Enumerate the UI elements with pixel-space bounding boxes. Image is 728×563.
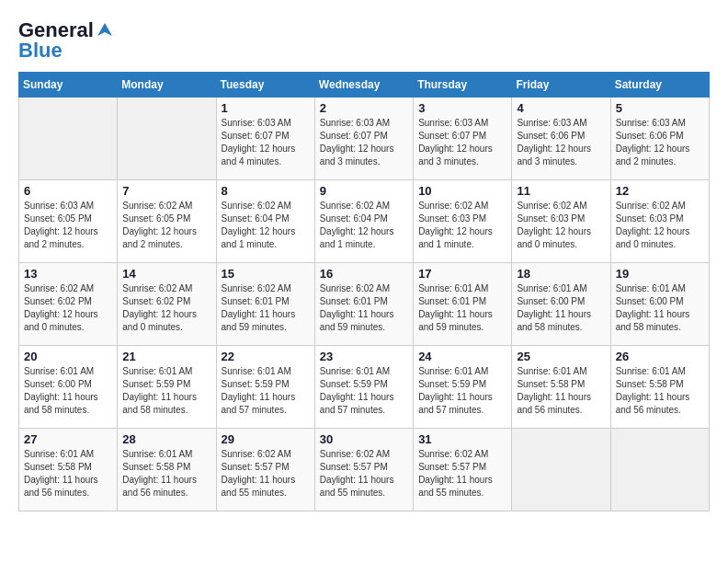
- calendar-week-row: 20Sunrise: 6:01 AM Sunset: 6:00 PM Dayli…: [19, 346, 710, 429]
- calendar-table: SundayMondayTuesdayWednesdayThursdayFrid…: [18, 72, 710, 511]
- day-number: 3: [418, 101, 506, 115]
- calendar-cell: 24Sunrise: 6:01 AM Sunset: 5:59 PM Dayli…: [414, 346, 512, 429]
- svg-marker-0: [97, 23, 112, 36]
- day-info: Sunrise: 6:03 AM Sunset: 6:07 PM Dayligh…: [222, 117, 310, 168]
- day-info: Sunrise: 6:02 AM Sunset: 6:01 PM Dayligh…: [320, 282, 408, 334]
- day-number: 20: [24, 350, 112, 363]
- day-info: Sunrise: 6:01 AM Sunset: 5:59 PM Dayligh…: [320, 365, 408, 417]
- day-info: Sunrise: 6:01 AM Sunset: 5:58 PM Dayligh…: [517, 365, 605, 417]
- calendar-cell: 22Sunrise: 6:01 AM Sunset: 5:59 PM Dayli…: [216, 346, 314, 429]
- day-info: Sunrise: 6:02 AM Sunset: 6:04 PM Dayligh…: [320, 200, 408, 251]
- calendar-cell: 11Sunrise: 6:02 AM Sunset: 6:03 PM Dayli…: [512, 180, 610, 263]
- day-number: 11: [517, 184, 605, 198]
- day-number: 4: [517, 101, 605, 115]
- day-number: 31: [418, 432, 506, 446]
- day-info: Sunrise: 6:01 AM Sunset: 6:00 PM Dayligh…: [616, 282, 704, 334]
- day-info: Sunrise: 6:02 AM Sunset: 6:05 PM Dayligh…: [122, 200, 210, 251]
- day-info: Sunrise: 6:02 AM Sunset: 6:03 PM Dayligh…: [418, 200, 506, 251]
- day-number: 2: [320, 101, 408, 115]
- day-info: Sunrise: 6:01 AM Sunset: 5:59 PM Dayligh…: [222, 365, 310, 417]
- calendar-cell: 29Sunrise: 6:02 AM Sunset: 5:57 PM Dayli…: [216, 429, 314, 511]
- calendar-header-row: SundayMondayTuesdayWednesdayThursdayFrid…: [19, 73, 710, 98]
- day-number: 16: [320, 267, 408, 281]
- header-wednesday: Wednesday: [314, 73, 413, 98]
- day-info: Sunrise: 6:02 AM Sunset: 5:57 PM Dayligh…: [418, 448, 506, 500]
- calendar-cell: 6Sunrise: 6:03 AM Sunset: 6:05 PM Daylig…: [19, 180, 118, 263]
- day-info: Sunrise: 6:02 AM Sunset: 6:01 PM Dayligh…: [222, 282, 310, 334]
- day-info: Sunrise: 6:01 AM Sunset: 5:58 PM Dayligh…: [616, 365, 704, 417]
- day-number: 28: [122, 432, 210, 446]
- day-info: Sunrise: 6:02 AM Sunset: 5:57 PM Dayligh…: [222, 448, 310, 500]
- calendar-cell: 27Sunrise: 6:01 AM Sunset: 5:58 PM Dayli…: [19, 429, 118, 511]
- day-number: 27: [24, 432, 112, 446]
- day-number: 17: [418, 267, 506, 281]
- day-info: Sunrise: 6:02 AM Sunset: 5:57 PM Dayligh…: [320, 448, 408, 500]
- day-number: 8: [222, 184, 310, 198]
- day-info: Sunrise: 6:03 AM Sunset: 6:06 PM Dayligh…: [616, 117, 704, 168]
- logo: General Blue: [18, 18, 114, 63]
- calendar-cell: 16Sunrise: 6:02 AM Sunset: 6:01 PM Dayli…: [314, 263, 413, 346]
- day-number: 23: [320, 350, 408, 363]
- calendar-cell: 9Sunrise: 6:02 AM Sunset: 6:04 PM Daylig…: [314, 180, 413, 263]
- day-number: 14: [122, 267, 210, 281]
- calendar-cell: [610, 429, 709, 511]
- day-number: 12: [616, 184, 704, 198]
- day-info: Sunrise: 6:01 AM Sunset: 6:01 PM Dayligh…: [418, 282, 506, 334]
- calendar-week-row: 1Sunrise: 6:03 AM Sunset: 6:07 PM Daylig…: [19, 98, 710, 180]
- calendar-week-row: 13Sunrise: 6:02 AM Sunset: 6:02 PM Dayli…: [19, 263, 710, 346]
- day-number: 21: [122, 350, 210, 363]
- day-info: Sunrise: 6:03 AM Sunset: 6:05 PM Dayligh…: [24, 200, 112, 251]
- calendar-cell: 15Sunrise: 6:02 AM Sunset: 6:01 PM Dayli…: [216, 263, 314, 346]
- calendar-cell: 10Sunrise: 6:02 AM Sunset: 6:03 PM Dayli…: [414, 180, 512, 263]
- calendar-cell: 3Sunrise: 6:03 AM Sunset: 6:07 PM Daylig…: [414, 98, 512, 180]
- calendar-cell: 1Sunrise: 6:03 AM Sunset: 6:07 PM Daylig…: [216, 98, 314, 180]
- day-info: Sunrise: 6:02 AM Sunset: 6:04 PM Dayligh…: [222, 200, 310, 251]
- day-number: 26: [616, 350, 704, 363]
- calendar-cell: 23Sunrise: 6:01 AM Sunset: 5:59 PM Dayli…: [314, 346, 413, 429]
- day-info: Sunrise: 6:03 AM Sunset: 6:07 PM Dayligh…: [418, 117, 506, 168]
- day-info: Sunrise: 6:01 AM Sunset: 5:58 PM Dayligh…: [24, 448, 112, 500]
- calendar-cell: 14Sunrise: 6:02 AM Sunset: 6:02 PM Dayli…: [118, 263, 216, 346]
- calendar-cell: 13Sunrise: 6:02 AM Sunset: 6:02 PM Dayli…: [19, 263, 118, 346]
- day-info: Sunrise: 6:03 AM Sunset: 6:07 PM Dayligh…: [320, 117, 408, 168]
- calendar-cell: 2Sunrise: 6:03 AM Sunset: 6:07 PM Daylig…: [314, 98, 413, 180]
- day-number: 24: [418, 350, 506, 363]
- calendar-cell: 25Sunrise: 6:01 AM Sunset: 5:58 PM Dayli…: [512, 346, 610, 429]
- day-info: Sunrise: 6:02 AM Sunset: 6:02 PM Dayligh…: [122, 282, 210, 334]
- day-number: 5: [616, 101, 704, 115]
- calendar-cell: 30Sunrise: 6:02 AM Sunset: 5:57 PM Dayli…: [314, 429, 413, 511]
- day-info: Sunrise: 6:02 AM Sunset: 6:03 PM Dayligh…: [517, 200, 605, 251]
- day-info: Sunrise: 6:01 AM Sunset: 5:58 PM Dayligh…: [122, 448, 210, 500]
- day-info: Sunrise: 6:01 AM Sunset: 6:00 PM Dayligh…: [517, 282, 605, 334]
- day-info: Sunrise: 6:01 AM Sunset: 5:59 PM Dayligh…: [122, 365, 210, 417]
- header-friday: Friday: [512, 73, 610, 98]
- calendar-cell: 28Sunrise: 6:01 AM Sunset: 5:58 PM Dayli…: [118, 429, 216, 511]
- calendar-cell: [512, 429, 610, 511]
- day-number: 22: [222, 350, 310, 363]
- calendar-cell: 20Sunrise: 6:01 AM Sunset: 6:00 PM Dayli…: [19, 346, 118, 429]
- logo-blue: Blue: [18, 39, 63, 63]
- calendar-week-row: 27Sunrise: 6:01 AM Sunset: 5:58 PM Dayli…: [19, 429, 710, 511]
- day-number: 19: [616, 267, 704, 281]
- calendar-cell: 5Sunrise: 6:03 AM Sunset: 6:06 PM Daylig…: [610, 98, 709, 180]
- day-number: 29: [222, 432, 310, 446]
- calendar-cell: 31Sunrise: 6:02 AM Sunset: 5:57 PM Dayli…: [414, 429, 512, 511]
- day-info: Sunrise: 6:03 AM Sunset: 6:06 PM Dayligh…: [517, 117, 605, 168]
- header-thursday: Thursday: [414, 73, 512, 98]
- calendar-cell: 18Sunrise: 6:01 AM Sunset: 6:00 PM Dayli…: [512, 263, 610, 346]
- calendar-cell: [19, 98, 118, 180]
- header-monday: Monday: [118, 73, 216, 98]
- calendar-cell: 21Sunrise: 6:01 AM Sunset: 5:59 PM Dayli…: [118, 346, 216, 429]
- day-info: Sunrise: 6:01 AM Sunset: 5:59 PM Dayligh…: [418, 365, 506, 417]
- day-info: Sunrise: 6:02 AM Sunset: 6:03 PM Dayligh…: [616, 200, 704, 251]
- day-info: Sunrise: 6:02 AM Sunset: 6:02 PM Dayligh…: [24, 282, 112, 334]
- day-number: 6: [24, 184, 112, 198]
- day-number: 13: [24, 267, 112, 281]
- day-number: 10: [418, 184, 506, 198]
- day-info: Sunrise: 6:01 AM Sunset: 6:00 PM Dayligh…: [24, 365, 112, 417]
- header-saturday: Saturday: [610, 73, 709, 98]
- calendar-cell: [118, 98, 216, 180]
- calendar-cell: 12Sunrise: 6:02 AM Sunset: 6:03 PM Dayli…: [610, 180, 709, 263]
- logo-bird-icon: [96, 21, 114, 40]
- calendar-cell: 17Sunrise: 6:01 AM Sunset: 6:01 PM Dayli…: [414, 263, 512, 346]
